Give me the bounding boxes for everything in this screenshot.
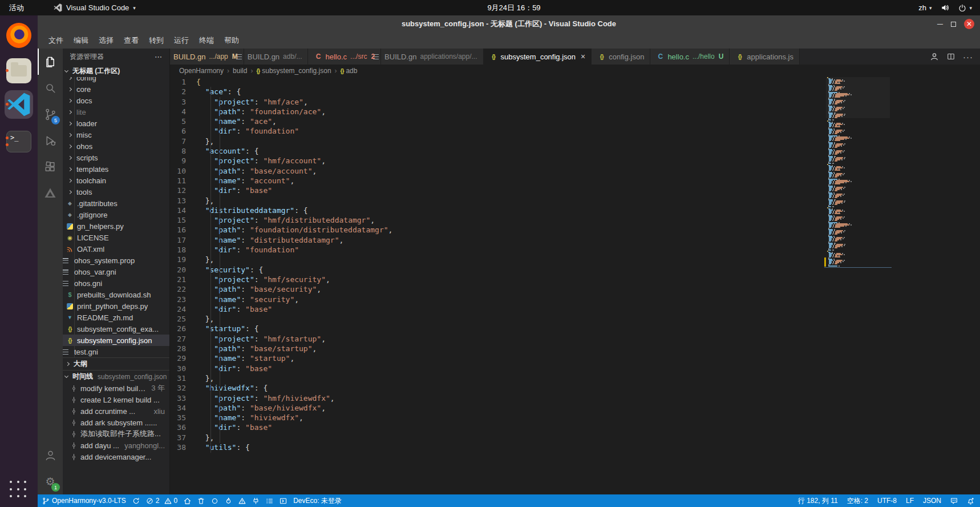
triangle-logo-icon[interactable] [38, 180, 63, 206]
explorer-icon[interactable] [38, 49, 63, 75]
dock-files[interactable] [5, 57, 33, 85]
clock[interactable]: 9月24日 16：59 [487, 3, 540, 13]
code-line[interactable]: 26 "startup": { [170, 324, 980, 333]
code-line[interactable]: 33 "project": "hmf/hiviewdfx", [170, 393, 980, 403]
account-icon[interactable] [38, 442, 63, 468]
feedback-icon[interactable] [950, 497, 958, 505]
settings-gear-icon[interactable]: ⚙ 1 [38, 468, 63, 494]
timeline-item[interactable]: add devicemanager... [63, 451, 169, 462]
panel-icon[interactable] [280, 497, 287, 505]
git-branch-status[interactable]: OpenHarmony-v3.0-LTS [42, 497, 126, 505]
menu-item[interactable]: 文件 [43, 34, 68, 47]
file-item[interactable]: {}subsystem_config_exa... [63, 323, 169, 335]
volume-icon[interactable] [941, 3, 949, 12]
code-editor[interactable]: 1{2 "ace": {3 "project": "hmf/ace",4 "pa… [170, 77, 980, 494]
app-menu[interactable]: Visual Studio Code ▾ [54, 3, 136, 12]
timeline-item[interactable]: modify kernel build ...3 年 [63, 383, 169, 394]
code-line[interactable]: 38 "utils": { [170, 442, 980, 452]
timeline-item[interactable]: add ark subsystem ...... [63, 417, 169, 428]
extensions-icon[interactable] [38, 154, 63, 180]
device-icon[interactable] [252, 497, 260, 505]
timeline-item[interactable]: add dayu ...yanghongl... [63, 440, 169, 451]
folder-item[interactable]: loader [63, 118, 169, 129]
cursor-position-status[interactable]: 行 182, 列 11 [798, 496, 838, 506]
warning-icon[interactable] [238, 497, 246, 505]
eol-status[interactable]: LF [906, 497, 914, 505]
menu-item[interactable]: 查看 [119, 34, 144, 47]
system-menu[interactable]: ▾ [958, 4, 972, 12]
source-control-icon[interactable]: 5 [38, 101, 63, 127]
dock-terminal[interactable]: >_ [5, 127, 33, 156]
deveco-login-status[interactable]: DevEco: 未登录 [293, 496, 342, 506]
bell-icon[interactable] [967, 497, 974, 505]
dock-vscode[interactable] [5, 90, 33, 119]
restore-button[interactable] [951, 22, 956, 27]
encoding-status[interactable]: UTF-8 [877, 497, 897, 505]
code-line[interactable]: 36 "dir": "base" [170, 422, 980, 432]
folder-item[interactable]: core [63, 83, 169, 95]
code-line[interactable]: 28 "path": "base/startup", [170, 344, 980, 353]
breadcrumb-item[interactable]: build [233, 67, 247, 75]
editor-tab[interactable]: BUILD.gnadb/... [244, 49, 309, 65]
code-line[interactable]: 21 "project": "hmf/security", [170, 275, 980, 284]
menu-item[interactable]: 转到 [144, 34, 169, 47]
timeline-item[interactable]: create L2 kernel build ... [63, 394, 169, 405]
indentation-status[interactable]: 空格: 2 [847, 496, 868, 506]
folder-item[interactable]: docs [63, 95, 169, 106]
code-line[interactable]: 27 "project": "hmf/startup", [170, 334, 980, 344]
code-line[interactable]: 22 "path": "base/security", [170, 284, 980, 294]
workspace-section-header[interactable]: 无标题 (工作区) [63, 65, 169, 77]
minimap-slider[interactable] [826, 77, 890, 118]
folder-item[interactable]: toolchain [63, 175, 169, 186]
code-line[interactable]: 31 }, [170, 373, 980, 383]
minimap[interactable] [826, 77, 890, 275]
timeline-item[interactable]: add ccruntime ...xliu [63, 405, 169, 417]
file-item[interactable]: ◆.gitattributes [63, 198, 169, 209]
timeline-item[interactable]: 添加读取部件子系统路... [63, 428, 169, 440]
file-item[interactable]: ◆.gitignore [63, 209, 169, 220]
more-actions-icon[interactable]: ⋯ [155, 53, 163, 61]
trash-icon[interactable] [197, 497, 205, 505]
file-item[interactable]: {}subsystem_config.json [63, 335, 169, 346]
menu-item[interactable]: 帮助 [219, 34, 244, 47]
file-item[interactable]: OAT.xml [63, 243, 169, 255]
breadcrumb-item[interactable]: OpenHarmony [179, 67, 224, 75]
minimize-button[interactable]: ─ [937, 21, 943, 27]
close-button[interactable]: ✕ [964, 19, 974, 29]
folder-item[interactable]: lite [63, 106, 169, 118]
file-item[interactable]: test.gni [63, 346, 169, 357]
code-line[interactable]: 34 "path": "base/hiviewdfx", [170, 403, 980, 413]
editor-tab[interactable]: BUILD.gnapplications/app/... [381, 49, 483, 65]
file-item[interactable]: gn_helpers.py [63, 220, 169, 232]
more-actions-icon[interactable]: ··· [963, 52, 973, 62]
code-line[interactable]: 29 "name": "startup", [170, 353, 980, 363]
code-line[interactable]: 35 "name": "hiviewdfx", [170, 413, 980, 422]
menu-item[interactable]: 编辑 [68, 34, 94, 47]
breadcrumb-item[interactable]: {}subsystem_config.json [256, 67, 331, 75]
code-line[interactable]: 24 "dir": "base" [170, 304, 980, 314]
editor-tab[interactable]: Chello.c.../src2 [308, 49, 381, 65]
split-editor-icon[interactable] [947, 53, 955, 61]
folder-item[interactable]: templates [63, 163, 169, 175]
file-item[interactable]: ◉LICENSE [63, 232, 169, 243]
dock-firefox[interactable] [5, 21, 33, 50]
file-item[interactable]: ohos.gni [63, 277, 169, 289]
folder-item[interactable]: config [63, 77, 169, 83]
code-line[interactable]: 32 "hiviewdfx": { [170, 383, 980, 393]
folder-item[interactable]: tools [63, 186, 169, 198]
code-line[interactable]: 30 "dir": "base" [170, 364, 980, 373]
editor-tab[interactable]: Chello.c.../helloU [650, 49, 730, 65]
menu-item[interactable]: 运行 [169, 34, 194, 47]
sync-button[interactable] [132, 497, 140, 505]
menu-item[interactable]: 选择 [94, 34, 119, 47]
title-bar[interactable]: subsystem_config.json - 无标题 (工作区) - Visu… [38, 15, 980, 33]
close-tab-icon[interactable]: × [581, 53, 585, 61]
timeline-section-header[interactable]: 时间线 subsystem_config.json [63, 370, 169, 383]
run-debug-icon[interactable] [38, 127, 63, 154]
code-line[interactable]: 23 "name": "security", [170, 295, 980, 304]
outline-section-header[interactable]: 大纲 [63, 357, 169, 370]
language-mode-status[interactable]: JSON [923, 497, 941, 505]
folder-item[interactable]: ohos [63, 140, 169, 152]
problems-status[interactable]: 2 0 [146, 497, 177, 505]
search-icon[interactable] [38, 75, 63, 101]
